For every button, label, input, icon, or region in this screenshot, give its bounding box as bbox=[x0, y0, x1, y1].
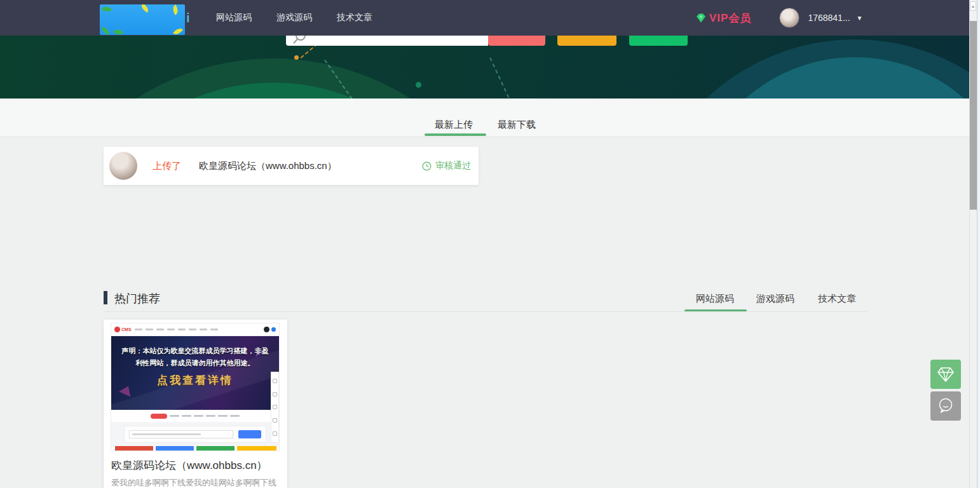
thumb-category-bars bbox=[115, 446, 276, 451]
vip-link[interactable]: VIP会员 bbox=[695, 11, 751, 25]
thumb-navlink bbox=[200, 329, 207, 330]
thumb-link bbox=[194, 415, 203, 417]
chat-float-button[interactable] bbox=[930, 391, 961, 421]
tab-latest-downloads[interactable]: 最新下载 bbox=[498, 119, 536, 131]
dot-decoration bbox=[416, 82, 421, 88]
tab-latest-uploads[interactable]: 最新上传 bbox=[435, 119, 473, 131]
hot-tab-tech-articles[interactable]: 技术文章 bbox=[818, 293, 856, 305]
leaf-decoration bbox=[100, 27, 111, 35]
scrollbar-thumb[interactable] bbox=[970, 21, 977, 210]
site-logo[interactable] bbox=[100, 4, 185, 35]
upload-title[interactable]: 欧皇源码论坛（www.ohbbs.cn） bbox=[199, 160, 337, 172]
leaf-decoration bbox=[171, 4, 180, 15]
card-title[interactable]: 欧皇源码论坛（www.ohbbs.cn） bbox=[111, 458, 268, 473]
nav-item-game-source[interactable]: 游戏源码 bbox=[276, 12, 312, 24]
hero-green-button[interactable] bbox=[629, 36, 688, 46]
clock-icon bbox=[422, 161, 432, 171]
review-status-label: 审核通过 bbox=[435, 160, 471, 172]
hero-banner bbox=[0, 36, 971, 98]
scrollbar-up-button[interactable]: ▲ bbox=[970, 1, 976, 11]
thumb-bar-yellow bbox=[237, 446, 276, 451]
thumb-navlink bbox=[178, 329, 186, 330]
thumb-search-input bbox=[129, 430, 233, 438]
feed-list-item[interactable]: 上传了 欧皇源码论坛（www.ohbbs.cn） 审核通过 bbox=[104, 147, 479, 185]
thumb-navlink bbox=[210, 329, 218, 330]
leaf-decoration bbox=[113, 28, 123, 35]
leaf-decoration bbox=[140, 4, 151, 13]
feed-tabstrip: 最新上传 最新下载 bbox=[0, 98, 971, 137]
thumb-search-area bbox=[111, 422, 279, 447]
thumb-nav-icons bbox=[264, 327, 276, 332]
hot-tab-website-source[interactable]: 网站源码 bbox=[696, 293, 734, 305]
thumb-side-toolbar bbox=[271, 372, 279, 443]
thumb-search-box bbox=[124, 426, 266, 443]
upload-action-label: 上传了 bbox=[153, 160, 181, 172]
active-tab-underline bbox=[425, 133, 486, 136]
thumb-link bbox=[218, 415, 228, 417]
thumb-links-row bbox=[111, 410, 279, 422]
leaf-decoration bbox=[102, 5, 112, 13]
search-icon bbox=[291, 36, 308, 46]
nav-item-website-source[interactable]: 网站源码 bbox=[216, 12, 252, 24]
thumb-hot-badge bbox=[151, 414, 167, 419]
review-status-badge: 审核通过 bbox=[422, 160, 471, 172]
thumb-navlink bbox=[146, 329, 153, 330]
vip-float-button[interactable] bbox=[930, 360, 961, 389]
section-divider bbox=[104, 311, 868, 312]
hot-section-header: 热门推荐 网站源码 游戏源码 技术文章 bbox=[104, 286, 868, 311]
search-button[interactable] bbox=[488, 36, 545, 46]
thumb-bar-green bbox=[196, 446, 235, 451]
thumb-bar-red bbox=[115, 446, 153, 451]
thumb-banner-text: 声明：本站仅为欧皇交流群成员学习搭建，非盈利性网站，群成员请勿用作其他用途。 bbox=[111, 345, 279, 369]
chat-icon bbox=[936, 396, 955, 416]
hero-yellow-button[interactable] bbox=[557, 36, 616, 46]
hot-tab-game-source[interactable]: 游戏源码 bbox=[756, 293, 794, 305]
thumb-navlink bbox=[189, 329, 196, 330]
search-input[interactable] bbox=[286, 36, 488, 46]
uploader-avatar bbox=[109, 152, 137, 180]
thumb-qq-icon bbox=[271, 327, 276, 332]
window-edge bbox=[977, 0, 980, 488]
thumb-link bbox=[182, 415, 191, 417]
section-title-bar bbox=[104, 291, 107, 304]
dot-decoration bbox=[294, 55, 299, 60]
vip-label: VIP会员 bbox=[709, 11, 751, 25]
recommendation-card[interactable]: CMS 声明：本站仅为欧皇交流群成员学习搭建，非盈利性网站，群成员请勿用作其他用… bbox=[104, 320, 287, 488]
thumb-search-button bbox=[238, 430, 261, 438]
hot-section-title: 热门推荐 bbox=[114, 291, 160, 306]
dashed-line-decoration bbox=[489, 57, 512, 98]
thumb-link bbox=[170, 415, 179, 417]
card-description: 爱我的哇多啊啊下线爱我的哇网站多啊啊下线 bbox=[111, 477, 276, 488]
vip-diamond-icon bbox=[695, 12, 707, 24]
thumb-link bbox=[206, 415, 215, 417]
username-label[interactable]: 1768841... bbox=[808, 13, 850, 23]
thumb-avatar-icon bbox=[264, 327, 269, 332]
thumb-bar-blue bbox=[156, 446, 194, 451]
thumb-navlink bbox=[135, 329, 142, 330]
user-avatar[interactable] bbox=[779, 8, 800, 28]
leaf-decoration bbox=[173, 26, 183, 35]
nav-item-tech-articles[interactable]: 技术文章 bbox=[337, 12, 372, 24]
top-header: i 网站源码 游戏源码 技术文章 VIP会员 1768841... ▼ bbox=[0, 0, 971, 36]
thumb-logo-text: CMS bbox=[121, 327, 132, 332]
logo-text-fragment: i bbox=[186, 11, 190, 25]
thumb-link bbox=[230, 415, 240, 417]
thumb-banner: 声明：本站仅为欧皇交流群成员学习搭建，非盈利性网站，群成员请勿用作其他用途。 点… bbox=[111, 336, 279, 410]
thumb-navlink bbox=[156, 329, 164, 330]
diamond-icon bbox=[936, 365, 956, 384]
main-nav: 网站源码 游戏源码 技术文章 bbox=[216, 0, 372, 36]
thumb-logo-icon bbox=[114, 327, 120, 332]
thumb-navlink bbox=[167, 329, 175, 330]
header-right: VIP会员 1768841... ▼ bbox=[695, 0, 862, 36]
site-thumbnail[interactable]: CMS 声明：本站仅为欧皇交流群成员学习搭建，非盈利性网站，群成员请勿用作其他用… bbox=[111, 323, 280, 451]
thumb-banner-cta: 点我查看详情 bbox=[111, 373, 279, 388]
chevron-down-icon[interactable]: ▼ bbox=[857, 15, 863, 22]
thumb-navbar: CMS bbox=[111, 323, 279, 336]
